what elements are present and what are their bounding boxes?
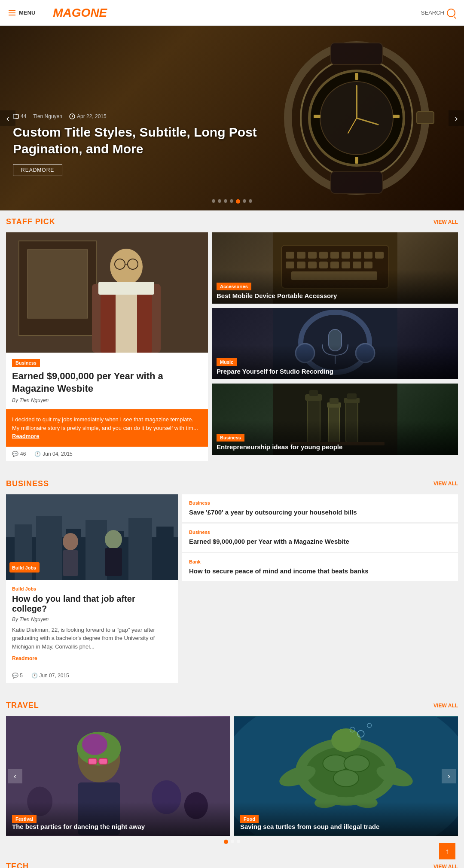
dot-6[interactable] xyxy=(243,199,246,203)
dot-2[interactable] xyxy=(218,199,221,203)
travel-view-all[interactable]: VIEW ALL xyxy=(433,703,458,709)
business-grid: Build Jobs Build Jobs How do you land th… xyxy=(6,494,458,683)
svg-text:Build Jobs: Build Jobs xyxy=(12,565,36,570)
svg-point-97 xyxy=(331,728,361,752)
svg-rect-38 xyxy=(286,262,294,268)
svg-rect-56 xyxy=(309,390,318,396)
staff-side-overlay-1: Accessories Best Mobile Device Portable … xyxy=(212,269,458,304)
tech-header: TECH VIEW ALL xyxy=(6,862,458,868)
staff-side-card-3[interactable]: Business Entrepreneurship ideas for youn… xyxy=(212,384,458,455)
hero-image xyxy=(275,34,438,202)
svg-rect-69 xyxy=(85,520,107,580)
staff-pick-view-all[interactable]: VIEW ALL xyxy=(433,219,458,225)
staff-pick-grid: Business Earned $9,000,000 per Year with… xyxy=(6,232,458,461)
business-view-all[interactable]: VIEW ALL xyxy=(433,481,458,487)
svg-rect-83 xyxy=(89,758,97,764)
svg-point-82 xyxy=(82,734,107,755)
staff-date: 🕐 Jun 04, 2015 xyxy=(34,451,72,457)
staff-side-overlay-2: Music Prepare Yourself for Studio Record… xyxy=(212,345,458,379)
travel-cat-1[interactable]: Festival xyxy=(12,815,37,823)
biz-main-image: Build Jobs xyxy=(6,494,178,580)
hero-prev-button[interactable]: ‹ xyxy=(0,110,15,126)
hero-content: 44 Tien Nguyen Apr 22, 2015 Custom Title… xyxy=(13,113,262,176)
svg-rect-41 xyxy=(319,262,328,268)
svg-rect-72 xyxy=(156,527,174,580)
side-cat-2[interactable]: Music xyxy=(217,358,237,366)
biz-side-cat-3: Bank xyxy=(189,559,451,564)
staff-main-title: Earned $9,000,000 per Year with a Magazi… xyxy=(12,370,202,395)
travel-card-2[interactable]: Food Saving sea turtles from soup and il… xyxy=(234,716,458,836)
menu-label: MENU xyxy=(19,9,35,16)
staff-main-card[interactable]: Business Earned $9,000,000 per Year with… xyxy=(6,232,208,461)
business-title: BUSINESS xyxy=(6,479,49,488)
dot-3[interactable] xyxy=(224,199,227,203)
svg-rect-36 xyxy=(364,252,372,259)
tech-section: TECH VIEW ALL xyxy=(0,855,464,868)
biz-side-title-2: Earned $9,000,000 per Year with a Magazi… xyxy=(189,537,451,546)
staff-main-footer: 💬 46 🕐 Jun 04, 2015 xyxy=(6,447,208,461)
search-button[interactable]: SEARCH xyxy=(421,9,455,17)
biz-side-item-2[interactable]: Business Earned $9,000,000 per Year with… xyxy=(182,524,458,552)
scroll-top-button[interactable]: ↑ xyxy=(439,843,455,859)
logo[interactable]: MAGONE xyxy=(44,6,421,20)
travel-title-1: The best parties for dancing the night a… xyxy=(12,823,224,830)
tech-title: TECH xyxy=(6,862,29,868)
svg-rect-71 xyxy=(128,518,152,580)
svg-rect-7 xyxy=(417,112,434,124)
svg-rect-84 xyxy=(99,758,107,764)
biz-main-category[interactable]: Build Jobs xyxy=(12,586,172,591)
business-section: BUSINESS VIEW ALL xyxy=(0,472,464,690)
hero-readmore-button[interactable]: READMORE xyxy=(13,164,62,176)
biz-main-card[interactable]: Build Jobs Build Jobs How do you land th… xyxy=(6,494,178,683)
staff-pick-title: STAFF PICK xyxy=(6,217,55,226)
staff-readmore-link[interactable]: Readmore xyxy=(12,433,40,439)
biz-readmore-link[interactable]: Readmore xyxy=(12,655,37,661)
travel-cat-2[interactable]: Food xyxy=(240,815,259,823)
svg-rect-40 xyxy=(308,262,317,268)
hamburger-icon xyxy=(9,10,15,15)
travel-card-1[interactable]: Festival The best parties for dancing th… xyxy=(6,716,230,836)
svg-rect-18 xyxy=(27,250,88,318)
staff-side-card-2[interactable]: Music Prepare Yourself for Studio Record… xyxy=(212,308,458,379)
svg-rect-74 xyxy=(63,550,78,576)
staff-main-author: By Tien Nguyen xyxy=(12,397,202,403)
hero-title: Custom Title Styles, Subtitle, Long Post… xyxy=(13,124,262,157)
travel-next-button[interactable]: › xyxy=(442,769,456,783)
side-cat-3[interactable]: Business xyxy=(217,434,244,442)
side-cat-1[interactable]: Accessories xyxy=(217,283,251,290)
tech-view-all[interactable]: VIEW ALL xyxy=(433,864,458,868)
travel-dot-2[interactable] xyxy=(231,840,234,843)
svg-rect-32 xyxy=(319,252,328,259)
travel-title: TRAVEL xyxy=(6,701,39,710)
travel-dot-1[interactable] xyxy=(224,840,228,844)
dot-5[interactable] xyxy=(236,199,240,204)
dot-7[interactable] xyxy=(249,199,252,203)
staff-main-excerpt: I decided to quit my jobs immediately wh… xyxy=(6,409,208,447)
biz-side-item-1[interactable]: Business Save '£700' a year by outsourci… xyxy=(182,494,458,523)
biz-main-content: Build Jobs How do you land that job afte… xyxy=(6,580,178,668)
biz-side-cards: Business Save '£700' a year by outsourci… xyxy=(182,494,458,683)
hero-next-button[interactable]: › xyxy=(449,110,464,126)
travel-section: TRAVEL VIEW ALL ‹ xyxy=(0,694,464,851)
menu-button[interactable]: MENU xyxy=(9,9,44,16)
travel-prev-button[interactable]: ‹ xyxy=(8,769,22,783)
staff-main-category[interactable]: Business xyxy=(12,359,40,367)
svg-rect-21 xyxy=(98,282,154,295)
dot-4[interactable] xyxy=(230,199,233,203)
svg-point-96 xyxy=(333,770,359,786)
svg-rect-45 xyxy=(364,262,372,268)
hero-date: Apr 22, 2015 xyxy=(69,113,107,119)
svg-rect-8 xyxy=(331,43,382,64)
hero-meta: 44 Tien Nguyen Apr 22, 2015 xyxy=(13,113,262,119)
biz-side-title-1: Save '£700' a year by outsourcing your h… xyxy=(189,508,451,517)
dot-1[interactable] xyxy=(212,199,215,203)
svg-rect-62 xyxy=(347,393,357,399)
travel-overlay-1: Festival The best parties for dancing th… xyxy=(6,802,230,836)
svg-rect-23 xyxy=(116,295,137,353)
travel-dot-3[interactable] xyxy=(237,840,240,843)
biz-side-item-3[interactable]: Bank How to secure peace of mind and inc… xyxy=(182,553,458,582)
svg-rect-12 xyxy=(314,115,321,118)
svg-rect-43 xyxy=(342,262,350,268)
staff-side-card-1[interactable]: Accessories Best Mobile Device Portable … xyxy=(212,232,458,304)
travel-header: TRAVEL VIEW ALL xyxy=(6,701,458,710)
